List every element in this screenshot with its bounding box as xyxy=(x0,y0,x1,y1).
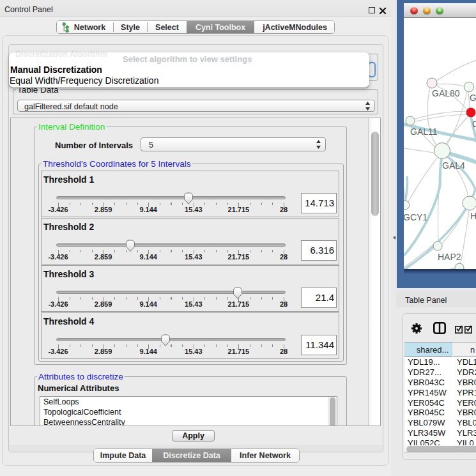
svg-text:GCY1: GCY1 xyxy=(404,212,427,222)
svg-text:GAL80: GAL80 xyxy=(432,88,460,98)
svg-text:GA: GA xyxy=(470,93,476,103)
svg-text:GAL11: GAL11 xyxy=(410,127,438,137)
svg-text:H: H xyxy=(470,211,476,221)
svg-text:GAL4: GAL4 xyxy=(442,160,465,171)
svg-text:C: C xyxy=(472,119,476,129)
svg-text:HAP2: HAP2 xyxy=(438,252,461,262)
